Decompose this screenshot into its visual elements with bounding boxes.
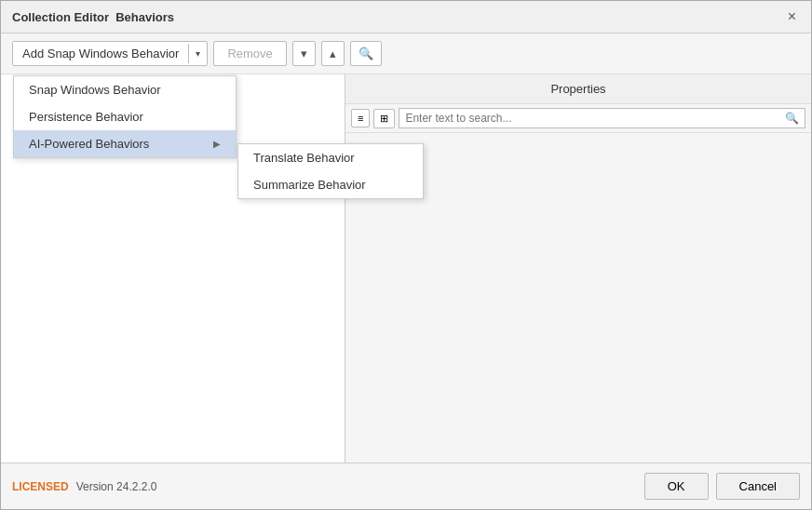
submenu-item-summarize[interactable]: Summarize Behavior bbox=[238, 171, 423, 198]
search-button[interactable]: 🔍 bbox=[350, 41, 382, 66]
properties-toolbar: ≡ ⊞ 🔍 bbox=[345, 104, 811, 133]
collection-editor-dialog: Collection Editor Behaviors × Add Snap W… bbox=[0, 0, 812, 510]
prop-btn-2[interactable]: ⊞ bbox=[373, 109, 395, 128]
submenu-item-translate[interactable]: Translate Behavior bbox=[238, 144, 423, 171]
dialog-title: Collection Editor Behaviors bbox=[12, 10, 174, 24]
dropdown-menu: Snap Windows Behavior Persistence Behavi… bbox=[13, 75, 237, 158]
search-box[interactable]: 🔍 bbox=[399, 108, 805, 128]
dropdown-item-persistence[interactable]: Persistence Behavior bbox=[14, 103, 236, 130]
add-button-label[interactable]: Add Snap Windows Behavior bbox=[13, 42, 188, 65]
search-icon: 🔍 bbox=[785, 112, 799, 125]
add-dropdown-arrow[interactable]: ▾ bbox=[188, 44, 207, 63]
bottom-bar: LICENSED Version 24.2.2.0 OK Cancel bbox=[1, 463, 811, 509]
toolbar: Add Snap Windows Behavior ▾ Snap Windows… bbox=[1, 34, 811, 74]
title-bar: Collection Editor Behaviors × bbox=[1, 1, 811, 34]
dropdown-item-ai[interactable]: AI-Powered Behaviors ▶ bbox=[14, 130, 236, 157]
ok-button[interactable]: OK bbox=[644, 473, 709, 500]
properties-header: Properties bbox=[345, 74, 811, 104]
dropdown-item-snap[interactable]: Snap Windows Behavior bbox=[14, 76, 236, 103]
submenu-chevron: ▶ bbox=[213, 139, 221, 149]
search-input[interactable] bbox=[405, 112, 785, 125]
move-down-button[interactable]: ▾ bbox=[292, 41, 316, 66]
submenu: Translate Behavior Summarize Behavior bbox=[237, 143, 424, 199]
licensed-section: LICENSED Version 24.2.2.0 bbox=[12, 480, 156, 493]
cancel-button[interactable]: Cancel bbox=[716, 473, 800, 500]
add-dropdown[interactable]: Add Snap Windows Behavior ▾ Snap Windows… bbox=[12, 41, 208, 66]
version-text: Version 24.2.2.0 bbox=[76, 480, 157, 493]
licensed-badge: LICENSED bbox=[12, 480, 69, 493]
dialog-buttons: OK Cancel bbox=[644, 473, 800, 500]
move-up-button[interactable]: ▴ bbox=[321, 41, 345, 66]
right-panel: Properties ≡ ⊞ 🔍 bbox=[345, 74, 811, 463]
close-button[interactable]: × bbox=[784, 8, 800, 25]
prop-btn-1[interactable]: ≡ bbox=[351, 109, 370, 128]
remove-button[interactable]: Remove bbox=[213, 41, 286, 66]
